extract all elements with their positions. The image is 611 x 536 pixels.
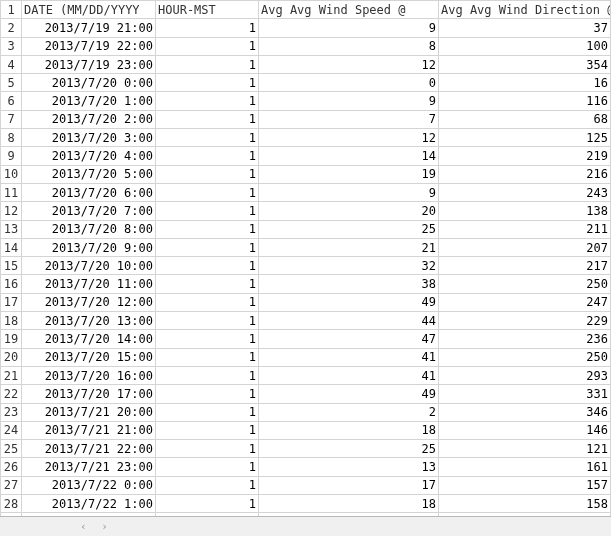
cell-wind-direction[interactable]: 346	[439, 403, 611, 421]
cell-hour[interactable]: 1	[156, 348, 259, 366]
cell-hour[interactable]: 1	[156, 19, 259, 37]
cell-date[interactable]: 2013/7/22 0:00	[22, 476, 156, 494]
row-number[interactable]: 13	[1, 220, 22, 238]
cell-wind-direction[interactable]: 354	[439, 55, 611, 73]
cell-wind-speed[interactable]: 7	[259, 110, 439, 128]
cell-wind-direction[interactable]: 236	[439, 330, 611, 348]
cell-hour[interactable]: 1	[156, 147, 259, 165]
cell-wind-direction[interactable]: 293	[439, 366, 611, 384]
cell-wind-speed[interactable]: 12	[259, 55, 439, 73]
cell-wind-direction[interactable]: 250	[439, 275, 611, 293]
cell-hour[interactable]: 1	[156, 476, 259, 494]
cell-wind-speed[interactable]: 18	[259, 421, 439, 439]
cell-wind-speed[interactable]: 44	[259, 312, 439, 330]
cell-hour[interactable]: 1	[156, 110, 259, 128]
row-number[interactable]: 12	[1, 202, 22, 220]
cell-date[interactable]: 2013/7/20 11:00	[22, 275, 156, 293]
cell-date[interactable]: 2013/7/19 21:00	[22, 19, 156, 37]
row-number[interactable]: 21	[1, 366, 22, 384]
row-number[interactable]: 28	[1, 495, 22, 513]
sheet-tab-bar[interactable]: ‹ ›	[0, 516, 611, 536]
cell-wind-speed[interactable]: 0	[259, 74, 439, 92]
row-number[interactable]: 8	[1, 129, 22, 147]
cell-wind-direction[interactable]: 219	[439, 147, 611, 165]
cell-wind-speed[interactable]: 18	[259, 495, 439, 513]
cell-hour[interactable]: 1	[156, 183, 259, 201]
cell-wind-direction[interactable]: 161	[439, 458, 611, 476]
cell-hour[interactable]: 1	[156, 275, 259, 293]
cell-wind-direction[interactable]: 331	[439, 385, 611, 403]
col-header-hour[interactable]: HOUR-MST	[156, 1, 259, 19]
cell-hour[interactable]: 1	[156, 220, 259, 238]
row-number[interactable]: 10	[1, 165, 22, 183]
cell-date[interactable]: 2013/7/19 23:00	[22, 55, 156, 73]
cell-hour[interactable]: 1	[156, 330, 259, 348]
cell-wind-direction[interactable]: 125	[439, 129, 611, 147]
cell-wind-direction[interactable]: 158	[439, 495, 611, 513]
cell-wind-speed[interactable]: 25	[259, 220, 439, 238]
cell-wind-direction[interactable]: 250	[439, 348, 611, 366]
cell-hour[interactable]: 1	[156, 55, 259, 73]
row-number[interactable]: 22	[1, 385, 22, 403]
row-number[interactable]: 26	[1, 458, 22, 476]
cell-date[interactable]: 2013/7/19 22:00	[22, 37, 156, 55]
cell-wind-speed[interactable]: 12	[259, 129, 439, 147]
cell-date[interactable]: 2013/7/20 15:00	[22, 348, 156, 366]
cell-date[interactable]: 2013/7/20 1:00	[22, 92, 156, 110]
row-number[interactable]: 20	[1, 348, 22, 366]
cell-wind-speed[interactable]: 19	[259, 165, 439, 183]
col-header-wind-direction[interactable]: Avg Avg Wind Direction @ 8	[439, 1, 611, 19]
cell-hour[interactable]: 1	[156, 495, 259, 513]
cell-date[interactable]: 2013/7/20 14:00	[22, 330, 156, 348]
row-number[interactable]: 9	[1, 147, 22, 165]
cell-date[interactable]: 2013/7/20 8:00	[22, 220, 156, 238]
cell-wind-direction[interactable]: 217	[439, 257, 611, 275]
cell-date[interactable]: 2013/7/20 4:00	[22, 147, 156, 165]
row-number[interactable]: 19	[1, 330, 22, 348]
cell-hour[interactable]: 1	[156, 37, 259, 55]
cell-hour[interactable]: 1	[156, 92, 259, 110]
cell-hour[interactable]: 1	[156, 238, 259, 256]
cell-wind-speed[interactable]: 38	[259, 275, 439, 293]
row-number[interactable]: 4	[1, 55, 22, 73]
cell-wind-speed[interactable]: 49	[259, 385, 439, 403]
cell-wind-direction[interactable]: 116	[439, 92, 611, 110]
cell-hour[interactable]: 1	[156, 403, 259, 421]
row-number[interactable]: 5	[1, 74, 22, 92]
cell-wind-speed[interactable]: 47	[259, 330, 439, 348]
row-number[interactable]: 27	[1, 476, 22, 494]
cell-hour[interactable]: 1	[156, 202, 259, 220]
cell-hour[interactable]: 1	[156, 257, 259, 275]
cell-wind-direction[interactable]: 216	[439, 165, 611, 183]
cell-date[interactable]: 2013/7/20 10:00	[22, 257, 156, 275]
cell-hour[interactable]: 1	[156, 293, 259, 311]
row-number[interactable]: 25	[1, 440, 22, 458]
cell-hour[interactable]: 1	[156, 421, 259, 439]
cell-wind-speed[interactable]: 32	[259, 257, 439, 275]
row-number[interactable]: 2	[1, 19, 22, 37]
cell-hour[interactable]: 1	[156, 165, 259, 183]
row-number[interactable]: 11	[1, 183, 22, 201]
cell-wind-direction[interactable]: 37	[439, 19, 611, 37]
row-number[interactable]: 16	[1, 275, 22, 293]
col-header-date[interactable]: DATE (MM/DD/YYYY	[22, 1, 156, 19]
cell-wind-speed[interactable]: 9	[259, 19, 439, 37]
cell-hour[interactable]: 1	[156, 74, 259, 92]
cell-wind-direction[interactable]: 100	[439, 37, 611, 55]
cell-date[interactable]: 2013/7/20 13:00	[22, 312, 156, 330]
row-number-header[interactable]: 1	[1, 1, 22, 19]
row-number[interactable]: 18	[1, 312, 22, 330]
cell-wind-direction[interactable]: 68	[439, 110, 611, 128]
cell-wind-speed[interactable]: 9	[259, 92, 439, 110]
cell-wind-direction[interactable]: 138	[439, 202, 611, 220]
cell-wind-speed[interactable]: 41	[259, 348, 439, 366]
cell-date[interactable]: 2013/7/20 0:00	[22, 74, 156, 92]
cell-date[interactable]: 2013/7/20 17:00	[22, 385, 156, 403]
row-number[interactable]: 17	[1, 293, 22, 311]
cell-date[interactable]: 2013/7/20 16:00	[22, 366, 156, 384]
sheet-tab[interactable]: ‹ ›	[80, 520, 112, 533]
cell-wind-speed[interactable]: 41	[259, 366, 439, 384]
row-number[interactable]: 23	[1, 403, 22, 421]
cell-hour[interactable]: 1	[156, 458, 259, 476]
cell-date[interactable]: 2013/7/21 22:00	[22, 440, 156, 458]
